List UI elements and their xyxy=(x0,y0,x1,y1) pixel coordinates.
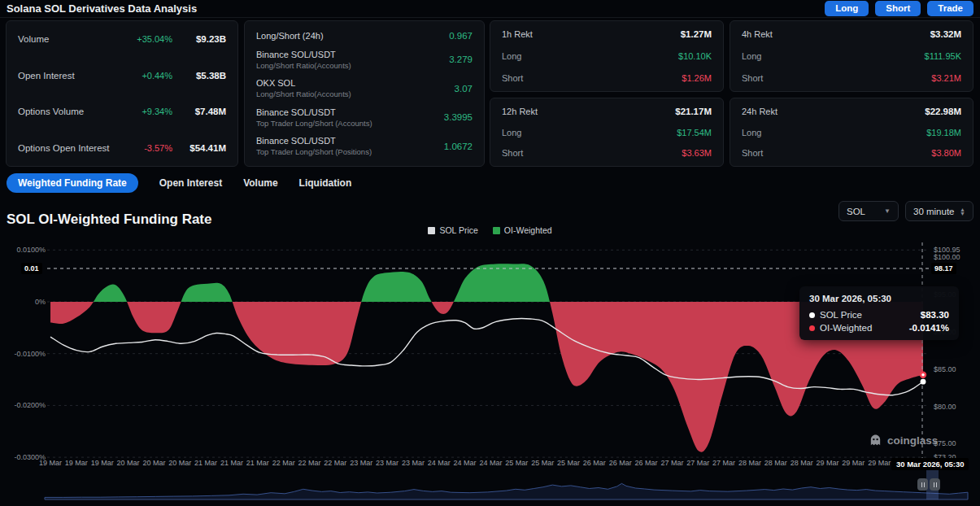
ratio-label: Binance SOL/USDT xyxy=(256,50,449,59)
navigator-handle-left[interactable] xyxy=(917,478,928,491)
long-button[interactable]: Long xyxy=(825,1,869,16)
trade-button[interactable]: Trade xyxy=(927,1,973,16)
svg-text:0%: 0% xyxy=(35,298,46,306)
svg-text:$100.00: $100.00 xyxy=(934,253,960,261)
rekt-short-value: $3.80M xyxy=(931,148,961,158)
x-axis-tick: 22 Mar xyxy=(272,459,295,467)
stat-label: Open Interest xyxy=(18,71,124,81)
rekt-card-24h: 24h Rekt$22.98M Long$19.18M Short$3.80M xyxy=(730,98,973,167)
interval-select-value: 30 minute xyxy=(913,207,955,216)
ratio-label: Long/Short (24h) xyxy=(256,31,449,41)
rekt-period: 1h Rekt xyxy=(502,29,533,39)
x-axis-tick: 29 Mar xyxy=(868,459,891,467)
x-axis-tick: 25 Mar xyxy=(505,459,528,467)
ratio-value: 0.967 xyxy=(449,31,473,41)
ratio-row: OKX SOL Long/Short Ratio(Accounts) 3.07 xyxy=(256,78,473,98)
tab-liquidation[interactable]: Liquidation xyxy=(299,173,352,193)
rekt-long-label: Long xyxy=(742,51,761,61)
stat-label: Options Open Interest xyxy=(18,143,124,153)
x-axis-tick: 26 Mar xyxy=(609,459,632,467)
svg-text:-0.0100%: -0.0100% xyxy=(14,350,46,358)
legend-item-oi-weighted[interactable]: OI-Weighted xyxy=(493,225,552,235)
tooltip-row-sol-price: SOL Price $83.30 xyxy=(809,310,949,320)
legend-item-sol-price[interactable]: SOL Price xyxy=(428,225,477,235)
x-axis-tick: 21 Mar xyxy=(194,459,217,467)
app-root: Solana SOL Derivatives Data Analysis Lon… xyxy=(0,0,980,506)
chart-tooltip: 30 Mar 2026, 05:30 SOL Price $83.30 OI-W… xyxy=(799,286,959,340)
x-axis-tick: 20 Mar xyxy=(168,459,191,467)
x-axis-tick: 21 Mar xyxy=(220,459,243,467)
rekt-long-value: $17.54M xyxy=(677,128,712,137)
x-axis-tick: 23 Mar xyxy=(376,459,399,467)
interval-select[interactable]: 30 minute ▲▼ xyxy=(905,201,973,221)
chart-tabs: Weighted Funding Rate Open Interest Volu… xyxy=(7,173,351,193)
symbol-select[interactable]: SOL ▼ xyxy=(838,201,899,221)
rekt-short-value: $3.63M xyxy=(682,148,712,158)
stat-row-options-open-interest: Options Open Interest -3.57% $54.41M xyxy=(18,143,226,153)
x-axis-tick: 27 Mar xyxy=(660,459,683,467)
x-axis-tick: 24 Mar xyxy=(454,459,477,467)
x-axis-tick: 23 Mar xyxy=(402,459,425,467)
x-axis-tick: 27 Mar xyxy=(712,459,735,467)
stat-row-options-volume: Options Volume +9.34% $7.48M xyxy=(18,107,226,116)
rekt-short-label: Short xyxy=(742,73,763,83)
chevron-down-icon: ▼ xyxy=(884,207,891,215)
x-axis-tick: 19 Mar xyxy=(91,459,114,467)
x-axis-tick: 20 Mar xyxy=(117,459,140,467)
stat-row-volume: Volume +35.04% $9.23B xyxy=(18,34,226,44)
funding-rate-chart[interactable]: 0.0100%0%-0.0100%-0.0200%-0.0300%$100.95… xyxy=(0,238,980,470)
x-axis-tick: 23 Mar xyxy=(350,459,372,467)
svg-text:$80.00: $80.00 xyxy=(934,403,956,411)
x-axis-tick: 22 Mar xyxy=(298,459,320,467)
updown-spinner-icon: ▲▼ xyxy=(960,207,965,216)
rekt-period: 4h Rekt xyxy=(742,29,773,39)
rekt-short-value: $1.26M xyxy=(682,73,712,83)
derivatives-stats-panel: Volume +35.04% $9.23B Open Interest +0.4… xyxy=(6,20,238,167)
navigator-canvas[interactable] xyxy=(0,472,980,504)
chart-legend: SOL Price OI-Weighted xyxy=(0,225,980,235)
navigator-handle-right[interactable] xyxy=(930,478,940,491)
tooltip-series-value: $83.30 xyxy=(921,310,949,320)
stat-label: Volume xyxy=(18,34,124,44)
rekt-short-label: Short xyxy=(742,148,763,158)
tab-weighted-funding-rate[interactable]: Weighted Funding Rate xyxy=(7,173,138,193)
x-axis-tick: 25 Mar xyxy=(557,459,580,467)
oi-weighted-dot-icon xyxy=(809,325,815,331)
tooltip-date: 30 Mar 2026, 05:30 xyxy=(809,294,949,303)
rekt-card-1h: 1h Rekt$1.27M Long$10.10K Short$1.26M xyxy=(490,20,724,92)
x-axis-tick: 25 Mar xyxy=(531,459,554,467)
symbol-select-value: SOL xyxy=(847,207,865,216)
x-axis-tick: 22 Mar xyxy=(324,459,346,467)
x-axis-tick: 26 Mar xyxy=(635,459,658,467)
chart-navigator[interactable] xyxy=(0,472,980,504)
x-axis-tick: 21 Mar xyxy=(246,459,269,467)
rekt-long-value: $10.10K xyxy=(678,51,712,61)
rekt-card-4h: 4h Rekt$3.32M Long$111.95K Short$3.21M xyxy=(730,20,973,92)
long-short-ratios-panel: Long/Short (24h) 0.967 Binance SOL/USDT … xyxy=(244,20,485,167)
rekt-long-label: Long xyxy=(502,51,521,61)
tooltip-row-oi-weighted: OI-Weighted -0.0141% xyxy=(809,323,949,333)
tooltip-series-name: SOL Price xyxy=(820,310,862,320)
svg-text:0.0100%: 0.0100% xyxy=(16,246,46,254)
x-axis-tick: 28 Mar xyxy=(738,459,761,467)
chart-canvas[interactable]: 0.0100%0%-0.0100%-0.0200%-0.0300%$100.95… xyxy=(0,238,980,470)
crosshair-y-right-label: 98.17 xyxy=(931,263,956,274)
stat-value: $5.38B xyxy=(172,71,226,81)
x-axis-tick: 19 Mar xyxy=(39,459,62,467)
svg-text:-0.0200%: -0.0200% xyxy=(14,401,46,409)
watermark-text: coinglass xyxy=(887,434,938,447)
tab-volume[interactable]: Volume xyxy=(243,173,277,193)
top-bar: Solana SOL Derivatives Data Analysis Lon… xyxy=(0,0,980,18)
tooltip-series-name: OI-Weighted xyxy=(820,323,872,333)
stat-change: +0.44% xyxy=(124,71,172,81)
ratio-value: 3.07 xyxy=(455,84,473,94)
stat-change: +9.34% xyxy=(124,107,172,116)
legend-label: OI-Weighted xyxy=(504,225,552,235)
tab-open-interest[interactable]: Open Interest xyxy=(159,173,222,193)
stat-value: $7.48M xyxy=(172,107,226,116)
rekt-long-value: $111.95K xyxy=(925,51,961,61)
ratio-row: Long/Short (24h) 0.967 xyxy=(256,31,473,41)
tooltip-series-value: -0.0141% xyxy=(909,323,949,333)
rekt-short-label: Short xyxy=(502,73,523,83)
short-button[interactable]: Short xyxy=(875,1,921,16)
